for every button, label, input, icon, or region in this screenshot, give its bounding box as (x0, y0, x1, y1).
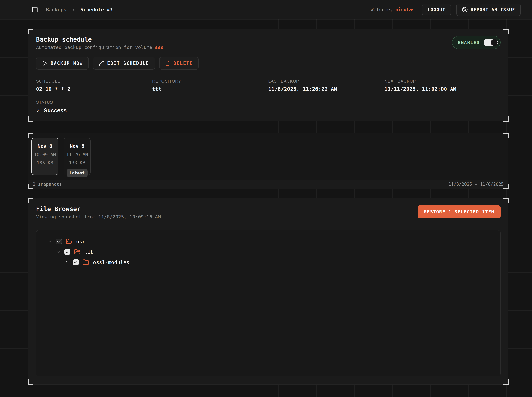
checkbox-lib[interactable] (64, 249, 70, 255)
folder-open-icon (74, 249, 81, 255)
panel-left-icon (32, 6, 38, 13)
tree-item-label: lib (85, 249, 94, 255)
chevron-right-icon (71, 8, 76, 12)
delete-button[interactable]: DELETE (159, 57, 199, 70)
snapshot-range: 11/8/2025 – 11/8/2025 (448, 182, 504, 187)
field-label: NEXT BACKUP (385, 79, 501, 84)
snapshots-section: Nov 8 10:09 AM 133 KB Nov 8 11:26 AM 133… (28, 133, 508, 189)
field-label: LAST BACKUP (268, 79, 385, 84)
snapshot-date: Nov 8 (38, 143, 52, 149)
chevron-down-icon[interactable] (47, 239, 52, 244)
snapshot-strip: Nov 8 10:09 AM 133 KB Nov 8 11:26 AM 133… (28, 133, 508, 180)
tree-row-ossl-modules[interactable]: ossl-modules (41, 257, 495, 267)
breadcrumb: Backups Schedule #3 (46, 7, 113, 12)
snapshot-count: 2 snapshots (33, 182, 62, 187)
page-background: Backup schedule Automated backup configu… (0, 19, 532, 397)
snapshot-card-latest[interactable]: Nov 8 11:26 AM 133 KB Latest (64, 138, 91, 175)
check-icon: ✓ (36, 107, 41, 114)
report-issue-button[interactable]: REPORT AN ISSUE (456, 4, 521, 16)
topbar: Backups Schedule #3 Welcome, nicolas LOG… (0, 0, 532, 19)
username: nicolas (395, 7, 415, 12)
toggle-switch[interactable] (484, 39, 498, 46)
corner-bracket (503, 29, 509, 34)
field-repository: REPOSITORY ttt (152, 79, 268, 92)
chevron-right-icon[interactable] (64, 260, 69, 265)
snapshot-footer: 2 snapshots 11/8/2025 – 11/8/2025 (28, 180, 508, 189)
snapshot-time: 10:09 AM (34, 152, 56, 157)
checkbox-ossl-modules[interactable] (73, 259, 79, 265)
snapshot-card-selected[interactable]: Nov 8 10:09 AM 133 KB (32, 138, 58, 175)
play-icon (42, 61, 47, 66)
snapshot-size: 133 KB (37, 160, 53, 166)
status-value: ✓ Success (36, 107, 500, 114)
backup-now-button[interactable]: BACKUP NOW (36, 57, 89, 70)
file-tree-panel: usr lib (36, 230, 500, 376)
corner-bracket (28, 29, 33, 34)
file-browser-title: File Browser (36, 205, 161, 212)
logout-button[interactable]: LOGOUT (422, 4, 451, 15)
field-schedule: SCHEDULE 02 10 * * 2 (36, 79, 152, 92)
edit-schedule-button[interactable]: EDIT SCHEDULE (93, 57, 155, 70)
corner-bracket (503, 198, 509, 203)
schedule-card-title: Backup schedule (36, 36, 164, 43)
pencil-icon (99, 61, 104, 66)
enabled-label: ENABLED (458, 40, 480, 45)
snapshot-size: 133 KB (69, 160, 85, 165)
corner-bracket (503, 379, 509, 385)
field-label: SCHEDULE (36, 79, 152, 84)
tree-item-label: ossl-modules (93, 259, 129, 265)
breadcrumb-backups[interactable]: Backups (46, 7, 66, 12)
latest-badge: Latest (67, 169, 88, 177)
status-label: STATUS (36, 100, 500, 105)
corner-bracket (28, 116, 33, 122)
checkbox-usr[interactable] (56, 239, 62, 244)
backup-schedule-card: Backup schedule Automated backup configu… (28, 29, 508, 121)
sidebar-toggle-button[interactable] (32, 6, 38, 13)
lifebuoy-icon (462, 7, 468, 13)
breadcrumb-current: Schedule #3 (80, 7, 113, 12)
volume-name: sss (155, 45, 164, 50)
corner-bracket (28, 379, 33, 385)
field-value: 11/8/2025, 11:26:22 AM (268, 86, 385, 92)
field-last-backup: LAST BACKUP 11/8/2025, 11:26:22 AM (268, 79, 385, 92)
tree-item-label: usr (76, 239, 85, 244)
field-next-backup: NEXT BACKUP 11/11/2025, 11:02:00 AM (385, 79, 501, 92)
snapshot-time: 11:26 AM (66, 152, 88, 157)
folder-icon (82, 259, 89, 266)
enabled-toggle[interactable]: ENABLED (452, 36, 500, 49)
field-value: 11/11/2025, 11:02:00 AM (385, 86, 501, 92)
chevron-down-icon[interactable] (56, 249, 61, 254)
schedule-card-subtitle: Automated backup configuration for volum… (36, 45, 164, 50)
folder-open-icon (66, 238, 72, 245)
field-value: ttt (152, 86, 268, 92)
toggle-knob (491, 39, 498, 46)
tree-row-usr[interactable]: usr (41, 236, 495, 247)
snapshot-date: Nov 8 (70, 143, 84, 149)
tree-row-lib[interactable]: lib (41, 247, 495, 257)
field-value: 02 10 * * 2 (36, 86, 152, 92)
welcome-text: Welcome, nicolas (371, 7, 415, 12)
field-label: REPOSITORY (152, 79, 268, 84)
trash-icon (165, 61, 170, 66)
status-block: STATUS ✓ Success (36, 100, 500, 114)
file-browser-subtitle: Viewing snapshot from 11/8/2025, 10:09:1… (36, 214, 161, 220)
file-browser-card: File Browser Viewing snapshot from 11/8/… (28, 198, 508, 385)
corner-bracket (503, 116, 509, 122)
corner-bracket (28, 198, 33, 203)
restore-selected-button[interactable]: RESTORE 1 SELECTED ITEM (418, 205, 500, 218)
